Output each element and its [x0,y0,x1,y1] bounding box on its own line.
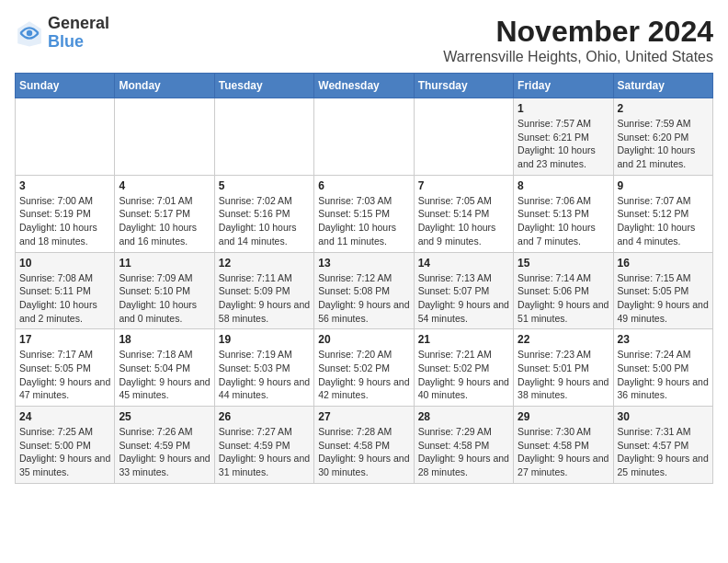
calendar-week-row: 1Sunrise: 7:57 AM Sunset: 6:21 PM Daylig… [16,98,713,176]
day-number: 13 [318,257,409,270]
day-number: 1 [518,102,609,115]
calendar-cell: 11Sunrise: 7:09 AM Sunset: 5:10 PM Dayli… [115,252,214,329]
weekday-header-saturday: Saturday [613,74,712,98]
weekday-header-monday: Monday [115,74,214,98]
day-info: Sunrise: 7:07 AM Sunset: 5:12 PM Dayligh… [618,194,709,248]
day-info: Sunrise: 7:15 AM Sunset: 5:05 PM Dayligh… [618,271,709,326]
calendar-table: SundayMondayTuesdayWednesdayThursdayFrid… [15,73,713,484]
month-title: November 2024 [443,15,713,49]
day-info: Sunrise: 7:29 AM Sunset: 4:58 PM Dayligh… [418,425,509,479]
calendar-cell: 8Sunrise: 7:06 AM Sunset: 5:13 PM Daylig… [514,175,613,252]
day-info: Sunrise: 7:27 AM Sunset: 4:59 PM Dayligh… [219,425,310,479]
day-number: 22 [518,333,609,346]
calendar-cell: 21Sunrise: 7:21 AM Sunset: 5:02 PM Dayli… [414,329,513,407]
day-info: Sunrise: 7:21 AM Sunset: 5:02 PM Dayligh… [418,348,509,402]
day-number: 16 [618,257,709,270]
calendar-cell: 19Sunrise: 7:19 AM Sunset: 5:03 PM Dayli… [214,329,313,407]
day-number: 4 [119,179,210,192]
day-info: Sunrise: 7:08 AM Sunset: 5:11 PM Dayligh… [19,271,110,326]
calendar-cell: 5Sunrise: 7:02 AM Sunset: 5:16 PM Daylig… [214,175,313,252]
day-info: Sunrise: 7:59 AM Sunset: 6:20 PM Dayligh… [618,117,709,171]
calendar-cell: 7Sunrise: 7:05 AM Sunset: 5:14 PM Daylig… [414,175,513,252]
logo-icon [15,18,44,48]
calendar-cell [214,98,313,176]
calendar-cell: 17Sunrise: 7:17 AM Sunset: 5:05 PM Dayli… [16,329,115,407]
location-title: Warrensville Heights, Ohio, United State… [443,49,713,65]
day-number: 8 [518,179,609,192]
day-info: Sunrise: 7:01 AM Sunset: 5:17 PM Dayligh… [119,194,210,248]
day-info: Sunrise: 7:06 AM Sunset: 5:13 PM Dayligh… [518,194,609,248]
calendar-cell: 20Sunrise: 7:20 AM Sunset: 5:02 PM Dayli… [314,329,414,407]
day-info: Sunrise: 7:13 AM Sunset: 5:07 PM Dayligh… [418,271,509,326]
day-info: Sunrise: 7:57 AM Sunset: 6:21 PM Dayligh… [518,117,609,171]
day-number: 3 [19,179,110,192]
calendar-cell: 29Sunrise: 7:30 AM Sunset: 4:58 PM Dayli… [514,407,613,484]
day-info: Sunrise: 7:25 AM Sunset: 5:00 PM Dayligh… [19,425,110,479]
calendar-cell: 2Sunrise: 7:59 AM Sunset: 6:20 PM Daylig… [613,98,712,176]
weekday-header-wednesday: Wednesday [314,74,414,98]
calendar-cell: 16Sunrise: 7:15 AM Sunset: 5:05 PM Dayli… [613,252,712,329]
title-area: November 2024 Warrensville Heights, Ohio… [443,15,713,65]
page-header: General Blue November 2024 Warrensville … [15,15,713,65]
day-number: 9 [618,179,709,192]
day-info: Sunrise: 7:31 AM Sunset: 4:57 PM Dayligh… [618,425,709,479]
weekday-header-row: SundayMondayTuesdayWednesdayThursdayFrid… [16,74,713,98]
weekday-header-tuesday: Tuesday [214,74,313,98]
day-number: 7 [418,179,509,192]
day-number: 26 [219,410,310,423]
calendar-week-row: 17Sunrise: 7:17 AM Sunset: 5:05 PM Dayli… [16,329,713,407]
day-number: 24 [19,410,110,423]
day-number: 15 [518,257,609,270]
svg-point-1 [27,30,32,36]
day-info: Sunrise: 7:26 AM Sunset: 4:59 PM Dayligh… [119,425,210,479]
day-info: Sunrise: 7:24 AM Sunset: 5:00 PM Dayligh… [618,348,709,402]
calendar-cell [115,98,214,176]
day-info: Sunrise: 7:20 AM Sunset: 5:02 PM Dayligh… [318,348,409,402]
calendar-cell: 25Sunrise: 7:26 AM Sunset: 4:59 PM Dayli… [115,407,214,484]
day-info: Sunrise: 7:23 AM Sunset: 5:01 PM Dayligh… [518,348,609,402]
calendar-cell [414,98,513,176]
day-info: Sunrise: 7:09 AM Sunset: 5:10 PM Dayligh… [119,271,210,326]
day-info: Sunrise: 7:03 AM Sunset: 5:15 PM Dayligh… [318,194,409,248]
calendar-cell [314,98,414,176]
day-info: Sunrise: 7:00 AM Sunset: 5:19 PM Dayligh… [19,194,110,248]
day-number: 23 [618,333,709,346]
calendar-week-row: 10Sunrise: 7:08 AM Sunset: 5:11 PM Dayli… [16,252,713,329]
day-number: 21 [418,333,509,346]
weekday-header-thursday: Thursday [414,74,513,98]
day-info: Sunrise: 7:19 AM Sunset: 5:03 PM Dayligh… [219,348,310,402]
calendar-cell: 27Sunrise: 7:28 AM Sunset: 4:58 PM Dayli… [314,407,414,484]
calendar-cell: 14Sunrise: 7:13 AM Sunset: 5:07 PM Dayli… [414,252,513,329]
day-number: 11 [119,257,210,270]
calendar-cell: 26Sunrise: 7:27 AM Sunset: 4:59 PM Dayli… [214,407,313,484]
calendar-week-row: 24Sunrise: 7:25 AM Sunset: 5:00 PM Dayli… [16,407,713,484]
calendar-cell: 30Sunrise: 7:31 AM Sunset: 4:57 PM Dayli… [613,407,712,484]
weekday-header-sunday: Sunday [16,74,115,98]
day-number: 10 [19,257,110,270]
day-number: 12 [219,257,310,270]
day-info: Sunrise: 7:12 AM Sunset: 5:08 PM Dayligh… [318,271,409,326]
day-number: 5 [219,179,310,192]
calendar-cell: 23Sunrise: 7:24 AM Sunset: 5:00 PM Dayli… [613,329,712,407]
calendar-cell: 18Sunrise: 7:18 AM Sunset: 5:04 PM Dayli… [115,329,214,407]
calendar-cell: 28Sunrise: 7:29 AM Sunset: 4:58 PM Dayli… [414,407,513,484]
calendar-cell: 3Sunrise: 7:00 AM Sunset: 5:19 PM Daylig… [16,175,115,252]
day-number: 18 [119,333,210,346]
calendar-cell: 4Sunrise: 7:01 AM Sunset: 5:17 PM Daylig… [115,175,214,252]
weekday-header-friday: Friday [514,74,613,98]
calendar-cell: 9Sunrise: 7:07 AM Sunset: 5:12 PM Daylig… [613,175,712,252]
calendar-cell: 12Sunrise: 7:11 AM Sunset: 5:09 PM Dayli… [214,252,313,329]
calendar-cell [16,98,115,176]
day-number: 17 [19,333,110,346]
day-number: 28 [418,410,509,423]
calendar-cell: 6Sunrise: 7:03 AM Sunset: 5:15 PM Daylig… [314,175,414,252]
calendar-cell: 22Sunrise: 7:23 AM Sunset: 5:01 PM Dayli… [514,329,613,407]
logo: General Blue [15,15,109,52]
day-number: 6 [318,179,409,192]
day-number: 20 [318,333,409,346]
logo-text: General Blue [48,15,109,52]
calendar-cell: 1Sunrise: 7:57 AM Sunset: 6:21 PM Daylig… [514,98,613,176]
day-info: Sunrise: 7:18 AM Sunset: 5:04 PM Dayligh… [119,348,210,402]
day-info: Sunrise: 7:30 AM Sunset: 4:58 PM Dayligh… [518,425,609,479]
calendar-cell: 24Sunrise: 7:25 AM Sunset: 5:00 PM Dayli… [16,407,115,484]
